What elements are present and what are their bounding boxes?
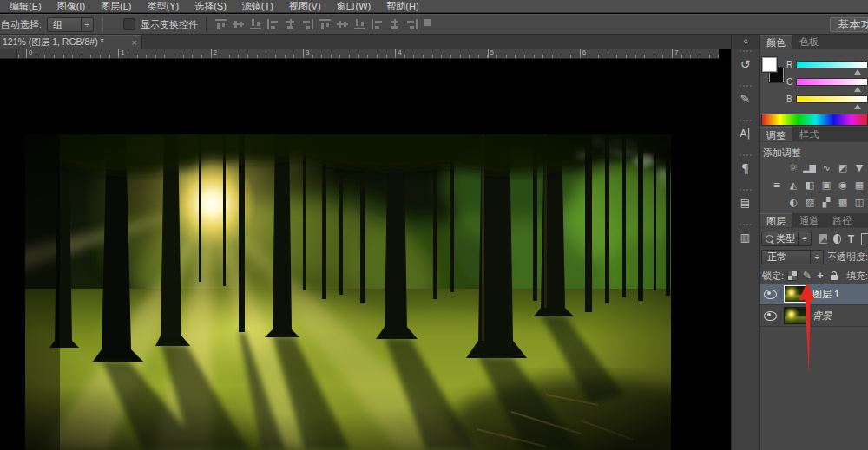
separator (102, 16, 103, 32)
channel-mixer-icon[interactable]: ◉ (836, 179, 849, 192)
horizontal-ruler: 01234567 (0, 49, 719, 59)
properties-panel-icon[interactable]: ▤ (732, 187, 759, 222)
tab-layers[interactable]: 图层 (760, 213, 792, 227)
channel-slider[interactable] (796, 78, 868, 86)
dropdown-arrows-icon: ÷ (81, 18, 94, 31)
layer-name[interactable]: 图层 1 (812, 288, 839, 301)
align-left-edges-icon[interactable] (267, 19, 279, 29)
auto-select-value: 组 (48, 18, 68, 31)
slider-handle-icon[interactable] (854, 104, 861, 109)
curves-icon[interactable]: ∿ (819, 162, 832, 174)
menu-item[interactable]: 编辑(E) (2, 0, 49, 13)
dropdown-arrows-icon: ÷ (810, 251, 823, 264)
filter-type-layers-icon[interactable]: T (848, 233, 854, 245)
tab-paths[interactable]: 路径 (825, 213, 858, 227)
gradient-map-icon[interactable]: ▩ (836, 197, 849, 209)
auto-select-dropdown[interactable]: 组 ÷ (47, 17, 94, 32)
layer-row-background[interactable]: 背景 (760, 305, 868, 327)
tab-channels[interactable]: 通道 (792, 213, 825, 227)
menu-item[interactable]: 滤镜(T) (234, 0, 281, 13)
adjustments-panel-body: 添加调整 ☼▂▆▃∿◩▼ ≡◭◧▣◉▦ ◐▨▞▩◫ (760, 142, 868, 213)
lock-transparency-icon[interactable] (787, 271, 798, 281)
distribute-vertical-centers-icon[interactable] (337, 19, 348, 29)
tab-color[interactable]: 颜色 (760, 35, 792, 49)
auto-align-layers-icon[interactable] (424, 19, 436, 29)
layer-thumbnail[interactable] (784, 285, 806, 303)
workspace-switcher-button[interactable]: 基本功 (830, 17, 868, 32)
threshold-icon[interactable]: ▞ (819, 197, 832, 209)
menu-item[interactable]: 类型(Y) (140, 0, 187, 13)
menu-item[interactable]: 图层(L) (93, 0, 139, 13)
visibility-eye-icon[interactable] (764, 290, 777, 299)
channel-slider[interactable] (796, 95, 868, 103)
history-panel-icon[interactable]: ↺ (732, 49, 759, 83)
visibility-eye-icon[interactable] (764, 311, 777, 321)
ruler-label: 3 (303, 49, 395, 56)
lock-pixels-icon[interactable]: ✎ (803, 271, 812, 281)
grip-dots (740, 189, 752, 191)
color-channel-row: G (786, 74, 868, 89)
blend-mode-dropdown[interactable]: 正常 ÷ (761, 250, 824, 264)
photo-filter-icon[interactable]: ▣ (819, 179, 832, 192)
brush-presets-panel-icon[interactable]: ✎ (732, 83, 759, 118)
menu-item[interactable]: 视图(V) (281, 0, 329, 13)
ruler-label: 0 (26, 49, 118, 56)
add-adjustment-label: 添加调整 (763, 147, 801, 160)
vibrance-icon[interactable]: ▼ (852, 162, 865, 174)
distribute-horizontal-centers-icon[interactable] (389, 19, 400, 29)
tab-close-icon[interactable]: × (128, 37, 141, 48)
expand-panels-icon[interactable]: « (732, 35, 759, 49)
selective-color-icon[interactable]: ◫ (852, 197, 865, 209)
lock-position-icon[interactable]: + (817, 271, 824, 281)
align-vertical-centers-icon[interactable] (233, 19, 244, 29)
show-transform-checkbox[interactable] (123, 18, 135, 30)
invert-icon[interactable]: ◐ (786, 197, 799, 209)
filter-shape-layers-icon[interactable] (861, 233, 868, 245)
distribute-left-edges-icon[interactable] (372, 19, 383, 29)
menu-item[interactable]: 选择(S) (187, 0, 234, 13)
brightness-contrast-icon[interactable]: ☼ (786, 162, 799, 174)
align-right-edges-icon[interactable] (302, 19, 313, 29)
lock-all-icon[interactable] (831, 275, 838, 280)
color-balance-icon[interactable]: ◭ (786, 179, 799, 192)
black-white-icon[interactable]: ◧ (803, 179, 816, 192)
filter-adjustment-layers-icon[interactable] (833, 234, 840, 244)
forest-image[interactable] (25, 134, 671, 450)
distribute-right-edges-icon[interactable] (406, 19, 418, 29)
distribute-bottom-edges-icon[interactable] (354, 19, 365, 29)
auto-select-label: 自动选择: (1, 18, 42, 31)
blend-mode-value: 正常 (762, 251, 792, 264)
layer-name[interactable]: 背景 (812, 310, 832, 323)
color-lookup-icon[interactable]: ▦ (852, 179, 865, 192)
menu-item[interactable]: 窗口(W) (329, 0, 379, 13)
menu-item[interactable]: 帮助(H) (378, 0, 426, 13)
align-distribute-icons (215, 19, 436, 29)
align-bottom-edges-icon[interactable] (250, 19, 261, 29)
notes-panel-icon[interactable]: ▥ (732, 222, 759, 257)
document-tab[interactable]: 121% (图层 1, RGB/8#) * × (0, 35, 142, 49)
channel-slider[interactable] (796, 61, 868, 68)
posterize-icon[interactable]: ▨ (803, 197, 816, 209)
grip-dots (740, 50, 752, 52)
adjustments-panel-header: 调整 样式 (760, 127, 868, 142)
menu-item[interactable]: 图像(I) (49, 0, 93, 13)
paragraph-panel-icon[interactable]: ¶ (732, 153, 759, 187)
align-horizontal-centers-icon[interactable] (285, 19, 296, 29)
distribute-top-edges-icon[interactable] (319, 19, 331, 29)
levels-icon[interactable]: ▂▆▃ (803, 162, 816, 174)
canvas-pasteboard[interactable] (0, 59, 731, 450)
layer-thumbnail[interactable] (784, 307, 806, 324)
exposure-icon[interactable]: ◩ (836, 162, 849, 174)
tab-styles[interactable]: 样式 (792, 127, 825, 141)
layer-row-1[interactable]: 图层 1 (760, 284, 868, 305)
panel-dock: « ↺ ✎ A| ¶ (731, 35, 759, 450)
align-top-edges-icon[interactable] (215, 19, 227, 29)
character-panel-icon[interactable]: A| (732, 118, 759, 153)
tab-swatches[interactable]: 色板 (792, 35, 825, 49)
tab-adjustments[interactable]: 调整 (760, 127, 792, 141)
foreground-color-swatch[interactable] (762, 57, 777, 72)
hue-saturation-icon[interactable]: ≡ (770, 179, 783, 192)
color-spectrum-ramp[interactable] (761, 114, 868, 126)
layer-filter-dropdown[interactable]: 类型 ÷ (761, 232, 812, 246)
filter-pixel-layers-icon[interactable] (819, 234, 828, 244)
